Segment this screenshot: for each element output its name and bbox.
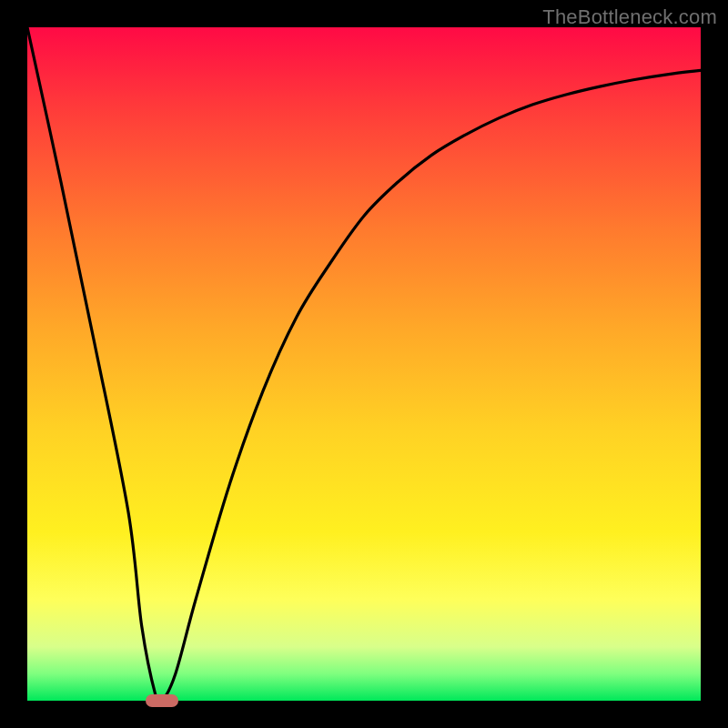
watermark-text: TheBottleneck.com [542,5,717,29]
bottleneck-curve [27,27,701,701]
optimum-marker [146,694,178,707]
chart-frame: TheBottleneck.com [0,0,728,728]
plot-area [27,27,701,701]
